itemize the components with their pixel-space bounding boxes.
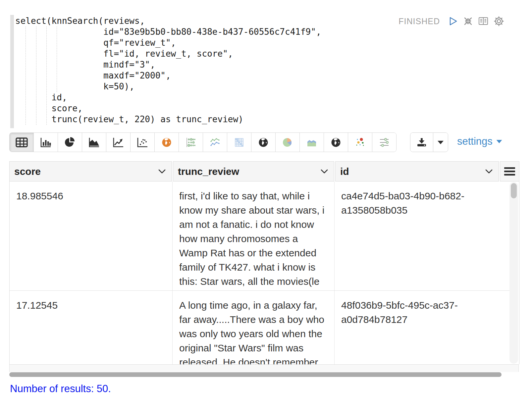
column-label: trunc_review [178, 166, 239, 177]
table-icon [16, 137, 28, 148]
viz-pie-colored-button[interactable] [276, 133, 300, 152]
viz-line-chart-button[interactable] [106, 133, 131, 152]
paragraph-controls: FINISHED [399, 16, 504, 26]
code-line: score, [15, 103, 321, 114]
vertical-scrollbar[interactable] [509, 182, 518, 364]
vertical-scrollbar-thumb[interactable] [511, 183, 517, 198]
column-label: id [340, 166, 349, 177]
viz-multi-line-button[interactable] [203, 133, 227, 152]
code-line: trunc(review_t, 220) as trunc_review) [15, 114, 321, 125]
viz-scatter-plot-button[interactable] [131, 133, 155, 152]
viz-scatter-colored-button[interactable] [348, 133, 372, 152]
code-line: fl="id, review_t, score", [15, 48, 321, 59]
heatmap-icon [234, 137, 245, 148]
paragraph-settings-button[interactable] [494, 16, 504, 26]
compress-icon [463, 16, 473, 26]
book-icon [478, 17, 489, 26]
table-body: 18.985546 first, i'd like to say that, w… [9, 181, 519, 364]
viz-globe-button[interactable] [251, 133, 276, 152]
range-sliders-icon [378, 137, 390, 148]
horizontal-scrollbar[interactable] [9, 372, 519, 377]
viz-range-sliders-button[interactable] [372, 133, 396, 152]
viz-button-group [9, 132, 397, 152]
cell-trunc-review: first, i'd like to say that, while i kno… [173, 181, 335, 290]
column-header-id[interactable]: id [335, 161, 499, 181]
indent-guide [46, 26, 47, 125]
code-line: maxdf="2000", [15, 70, 321, 81]
code-line: k=50), [15, 81, 321, 92]
chevron-down-icon[interactable] [158, 169, 166, 174]
cell-trunc-review: A long time ago, in a galaxy far, far aw… [173, 291, 335, 364]
run-button[interactable] [448, 16, 458, 26]
viz-map-button[interactable] [155, 133, 179, 152]
viz-bubble-grid-button[interactable] [179, 133, 203, 152]
code-line: qf="review_t", [15, 37, 321, 48]
table-row: 17.12545 A long time ago, in a galaxy fa… [10, 291, 509, 364]
viz-bar-chart-button[interactable] [34, 133, 58, 152]
indent-guide [26, 26, 26, 125]
results-count: Number of results: 50. [10, 383, 111, 395]
column-label: score [14, 166, 41, 177]
indent-guide [57, 26, 57, 92]
bubble-grid-icon [185, 137, 197, 148]
notebook-paragraph: select(knnSearch(reviews, id="83e9b5b0-b… [0, 0, 532, 414]
globe-dark-icon [258, 137, 269, 148]
pie-chart-colored-icon [282, 137, 293, 148]
settings-link[interactable]: settings [457, 135, 503, 147]
cell-id: 48f036b9-5bfc-495c-ac37-a0d784b78127 [335, 291, 509, 364]
code-editor[interactable]: select(knnSearch(reviews, id="83e9b5b0-b… [15, 16, 321, 125]
chevron-down-icon[interactable] [320, 169, 329, 174]
globe-dark-2-icon [330, 137, 342, 148]
caret-down-icon [437, 140, 444, 145]
code-line: mindf="3", [15, 59, 321, 70]
scatter-colored-icon [354, 137, 366, 148]
status-label: FINISHED [399, 17, 440, 26]
gear-icon [494, 16, 504, 26]
code-line: select(knnSearch(reviews, [15, 16, 321, 26]
pie-chart-icon [64, 137, 76, 148]
download-caret-button[interactable] [433, 133, 448, 152]
globe-orange-icon [161, 137, 172, 148]
download-icon [416, 137, 427, 147]
horizontal-scrollbar-thumb[interactable] [9, 372, 502, 377]
download-button[interactable] [410, 133, 433, 152]
indent-guide [36, 26, 36, 125]
code-line: id, [15, 92, 321, 103]
table-footer-strip [9, 364, 519, 372]
viz-table-button[interactable] [10, 133, 34, 152]
viz-globe-2-button[interactable] [324, 133, 348, 152]
collapse-button[interactable] [463, 16, 473, 26]
line-chart-icon [112, 137, 124, 148]
table-menu-button[interactable] [500, 161, 519, 181]
column-header-score[interactable]: score [9, 161, 172, 181]
caret-down-icon [496, 139, 503, 144]
column-header-trunc-review[interactable]: trunc_review [173, 161, 334, 181]
multi-line-chart-icon [209, 137, 221, 148]
cell-id: ca4e74d5-ba03-4b90-b682-a1358058b035 [335, 181, 509, 290]
area-chart-colored-icon [306, 137, 318, 148]
viz-toolbar: settings [9, 132, 523, 152]
area-chart-icon [88, 137, 100, 148]
scatter-plot-icon [136, 137, 148, 148]
viz-area-chart-button[interactable] [82, 133, 106, 152]
table-row: 18.985546 first, i'd like to say that, w… [10, 181, 509, 291]
code-line: id="83e9b5b0-bb80-438e-b437-60556c7c41f9… [15, 26, 321, 37]
viz-area-colored-button[interactable] [300, 133, 324, 152]
settings-label: settings [457, 135, 493, 147]
viz-pie-chart-button[interactable] [58, 133, 82, 152]
results-table: score trunc_review id 18.985546 first, i… [9, 161, 519, 377]
show-editor-button[interactable] [478, 17, 489, 26]
chevron-down-icon[interactable] [485, 169, 493, 174]
viz-heatmap-button[interactable] [227, 133, 251, 152]
cell-score: 17.12545 [10, 291, 173, 364]
download-split-button [410, 132, 448, 152]
play-icon [448, 16, 458, 26]
hamburger-menu-icon [504, 167, 516, 176]
bar-chart-icon [40, 137, 52, 148]
paragraph-gutter [10, 15, 14, 128]
cell-score: 18.985546 [10, 181, 173, 290]
